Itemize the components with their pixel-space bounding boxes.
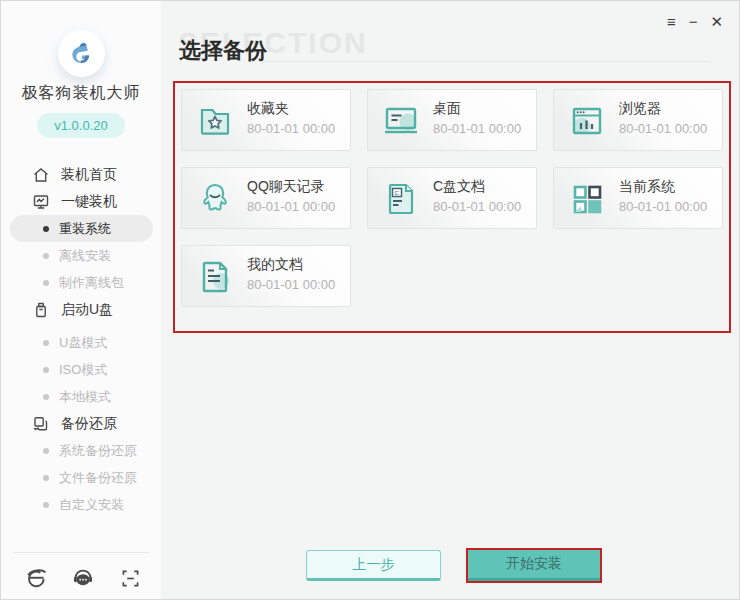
bullet-icon <box>43 340 49 346</box>
backup-card-date: 80-01-01 00:00 <box>433 199 521 214</box>
backup-card-c-drive-docs[interactable]: c: C盘文档 80-01-01 00:00 <box>367 167 537 229</box>
backup-card-name: 我的文档 <box>247 256 303 274</box>
app-logo <box>58 30 105 77</box>
window-controls: ≡ − ✕ <box>667 12 723 32</box>
backup-card-favorites[interactable]: 收藏夹 80-01-01 00:00 <box>181 89 351 151</box>
bullet-icon <box>43 502 49 508</box>
sidebar-item-home[interactable]: 装机首页 <box>1 161 161 188</box>
backup-card-date: 80-01-01 00:00 <box>433 121 521 136</box>
backup-card-date: 80-01-01 00:00 <box>619 121 707 136</box>
customer-service-icon[interactable] <box>72 567 94 589</box>
backup-card-name: 浏览器 <box>619 100 661 118</box>
ie-browser-icon[interactable] <box>25 567 47 589</box>
title-divider <box>257 61 711 62</box>
svg-text:c:: c: <box>395 189 400 196</box>
sidebar-item-boot-usb[interactable]: 启动U盘 <box>1 296 161 323</box>
bullet-icon <box>43 367 49 373</box>
backup-card-browser[interactable]: 浏览器 80-01-01 00:00 <box>553 89 723 151</box>
sidebar-item-backup-restore[interactable]: 备份还原 <box>1 410 161 437</box>
my-documents-icon <box>195 257 235 297</box>
sidebar-item-system-backup-restore[interactable]: 系统备份还原 <box>1 437 161 464</box>
backup-card-desktop[interactable]: 桌面 80-01-01 00:00 <box>367 89 537 151</box>
close-icon[interactable]: ✕ <box>710 12 723 32</box>
desktop-icon <box>381 101 421 141</box>
backup-card-name: 当前系统 <box>619 178 675 196</box>
minimize-icon[interactable]: − <box>689 12 698 32</box>
sidebar-item-reinstall-system[interactable]: 重装系统 <box>1 215 161 242</box>
bullet-icon <box>43 253 49 259</box>
favorites-folder-icon <box>195 101 235 141</box>
annotation-box-start-button: 开始安装 <box>466 548 602 583</box>
monitor-icon <box>32 193 50 211</box>
dog-g-logo-icon <box>66 39 96 69</box>
bullet-icon <box>43 448 49 454</box>
sidebar-item-local-mode[interactable]: 本地模式 <box>1 383 161 410</box>
sidebar-item-onekey-install[interactable]: 一键装机 <box>1 188 161 215</box>
version-badge: v1.0.0.20 <box>37 113 125 138</box>
bullet-icon <box>43 280 49 286</box>
backup-card-date: 80-01-01 00:00 <box>619 199 707 214</box>
backup-card-name: QQ聊天记录 <box>247 178 325 196</box>
app-window: 极客狗装机大师 v1.0.0.20 装机首页 一键装机 重装系统 <box>0 0 740 600</box>
backup-card-date: 80-01-01 00:00 <box>247 121 335 136</box>
backup-restore-icon <box>32 415 50 433</box>
sidebar-item-offline-install[interactable]: 离线安装 <box>1 242 161 269</box>
c-drive-doc-icon: c: <box>381 179 421 219</box>
usb-icon <box>32 301 50 319</box>
app-name: 极客狗装机大师 <box>1 83 161 104</box>
page-title: 选择备份 <box>179 36 267 66</box>
window-menu-icon[interactable]: ≡ <box>667 12 676 32</box>
qq-icon <box>195 179 235 219</box>
backup-card-date: 80-01-01 00:00 <box>247 277 335 292</box>
current-system-icon <box>567 179 607 219</box>
bullet-icon <box>43 226 49 232</box>
prev-step-button[interactable]: 上一步 <box>306 550 441 581</box>
start-install-button[interactable]: 开始安装 <box>468 550 600 581</box>
sidebar-footer-divider <box>13 552 149 553</box>
backup-card-name: 收藏夹 <box>247 100 289 118</box>
sidebar-menu: 装机首页 一键装机 重装系统 离线安装 制作离线包 <box>1 161 161 518</box>
backup-card-qq-chat[interactable]: QQ聊天记录 80-01-01 00:00 <box>181 167 351 229</box>
backup-card-current-system[interactable]: 当前系统 80-01-01 00:00 <box>553 167 723 229</box>
backup-card-my-documents[interactable]: 我的文档 80-01-01 00:00 <box>181 245 351 307</box>
backup-card-name: C盘文档 <box>433 178 485 196</box>
browser-icon <box>567 101 607 141</box>
bullet-icon <box>43 475 49 481</box>
sidebar-item-usb-mode[interactable]: U盘模式 <box>1 329 161 356</box>
sidebar-item-iso-mode[interactable]: ISO模式 <box>1 356 161 383</box>
sidebar-item-make-offline-pkg[interactable]: 制作离线包 <box>1 269 161 296</box>
bullet-icon <box>43 394 49 400</box>
sidebar: 极客狗装机大师 v1.0.0.20 装机首页 一键装机 重装系统 <box>1 1 161 600</box>
sidebar-item-file-backup-restore[interactable]: 文件备份还原 <box>1 464 161 491</box>
main-panel: ≡ − ✕ SELECTION 选择备份 收藏夹 80-01-01 00:00 <box>161 1 739 599</box>
backup-card-name: 桌面 <box>433 100 461 118</box>
qr-scan-icon[interactable] <box>119 567 141 589</box>
sidebar-item-custom-install[interactable]: 自定义安装 <box>1 491 161 518</box>
backup-card-date: 80-01-01 00:00 <box>247 199 335 214</box>
home-icon <box>32 166 50 184</box>
